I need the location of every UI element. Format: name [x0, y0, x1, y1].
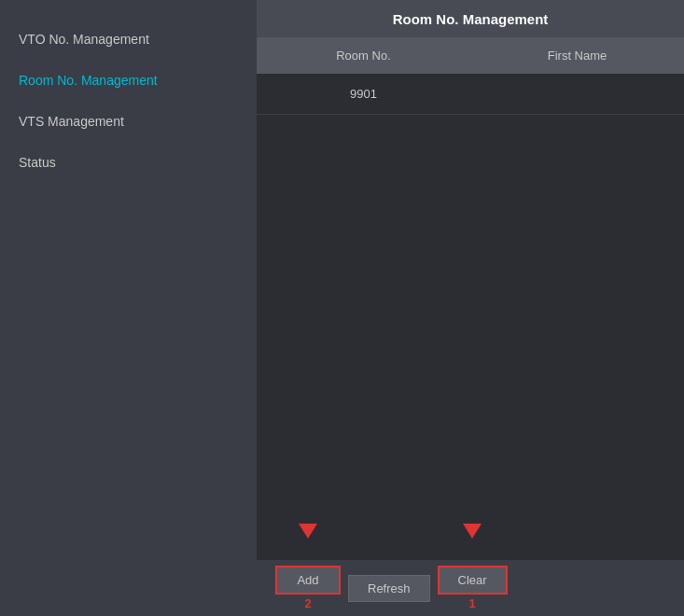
- table-row: 9901: [257, 74, 684, 115]
- add-arrow-icon: [299, 524, 317, 539]
- main-panel: Room No. Management Room No. First Name …: [257, 0, 684, 616]
- add-button[interactable]: Add: [275, 566, 341, 595]
- clear-arrow-icon: [463, 524, 482, 539]
- add-annotation: 2: [304, 596, 311, 610]
- sidebar-item-vto[interactable]: VTO No. Management: [0, 19, 257, 60]
- refresh-button[interactable]: Refresh: [348, 575, 430, 602]
- page-title: Room No. Management: [257, 0, 684, 37]
- data-table: Room No. First Name 9901: [257, 37, 684, 560]
- cell-first-name: [470, 83, 684, 105]
- sidebar-item-room[interactable]: Room No. Management: [0, 60, 257, 101]
- clear-annotation: 1: [468, 596, 475, 610]
- table-body: 9901: [257, 74, 684, 560]
- sidebar-item-status[interactable]: Status: [0, 142, 257, 183]
- sidebar-item-vts[interactable]: VTS Management: [0, 101, 257, 142]
- column-first-name: First Name: [470, 45, 684, 66]
- sidebar: VTO No. Management Room No. Management V…: [0, 0, 257, 616]
- cell-room-no: 9901: [257, 83, 470, 105]
- footer-actions: Add 2 Refresh Clear 1: [257, 560, 684, 616]
- clear-button[interactable]: Clear: [438, 566, 508, 595]
- column-room-no: Room No.: [257, 45, 470, 66]
- table-header: Room No. First Name: [257, 37, 684, 74]
